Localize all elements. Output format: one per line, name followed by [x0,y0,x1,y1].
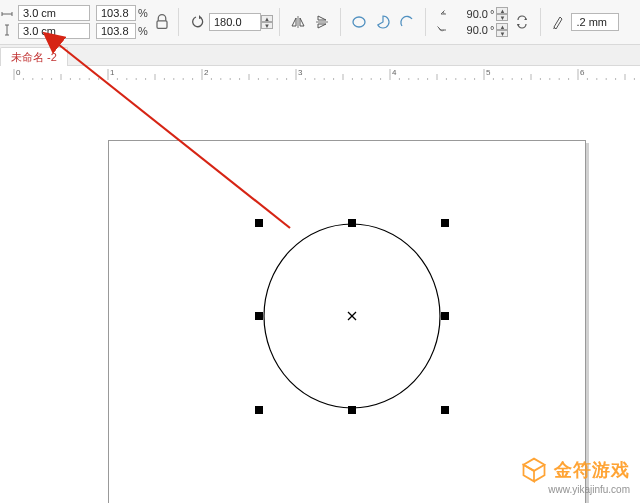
object-height-input[interactable]: 3.0 cm [18,23,90,39]
end-angle-icon [434,23,448,37]
pie-icon [375,14,391,30]
rotation-angle-input[interactable]: 180.0 [209,13,261,31]
start-angle-icon [434,7,448,21]
svg-text:6: 6 [580,68,585,77]
page [108,140,586,503]
arc-icon [399,14,415,30]
pen-icon [551,14,567,30]
document-tab[interactable]: 未命名 -2 [0,47,68,66]
percent-labels: % % [138,3,152,41]
scale-x-input[interactable]: 103.8 [96,5,136,21]
document-tabs-bar: 未命名 -2 [0,45,640,66]
outline-pen-button[interactable] [547,10,571,34]
ellipse-icon [351,14,367,30]
watermark: 金符游戏 www.yikajinfu.com [520,456,630,495]
svg-rect-81 [255,312,263,320]
svg-text:1: 1 [110,68,115,77]
degree-label-2: ° [490,24,494,36]
svg-point-1 [353,17,365,27]
selection-svg [109,141,585,503]
ellipse-tool-button[interactable] [347,10,371,34]
mirror-v-icon [314,14,330,30]
canvas-area[interactable] [0,80,640,503]
svg-rect-0 [157,21,167,29]
width-icon [1,8,13,20]
lock-icon [152,12,172,32]
svg-text:5: 5 [486,68,491,77]
swap-icon [514,14,530,30]
mirror-horizontal-button[interactable] [286,10,310,34]
rotation-stepper[interactable]: ▲▼ [261,15,273,29]
svg-text:0: 0 [16,68,21,77]
svg-rect-78 [255,219,263,227]
scale-y-input[interactable]: 103.8 [96,23,136,39]
swap-angles-button[interactable] [510,10,534,34]
center-marker [348,312,356,320]
watermark-url: www.yikajinfu.com [548,484,630,495]
dimension-icons [0,0,14,44]
outline-width-input[interactable]: .2 mm [571,13,619,31]
svg-text:3: 3 [298,68,303,77]
svg-rect-85 [441,406,449,414]
arc-tool-button[interactable] [395,10,419,34]
lock-ratio-button[interactable] [152,8,172,36]
svg-text:4: 4 [392,68,397,77]
object-width-input[interactable]: 3.0 cm [18,5,90,21]
svg-rect-84 [348,406,356,414]
svg-rect-79 [348,219,356,227]
degree-label: ° [490,8,494,20]
rotate-button[interactable] [185,10,209,34]
start-angle-input[interactable]: 90.0 [450,8,488,20]
end-angle-input[interactable]: 90.0 [450,24,488,36]
rotate-icon [189,14,205,30]
start-angle-stepper[interactable]: ▲▼ [496,7,508,21]
cube-icon [520,456,548,484]
property-toolbar: 3.0 cm 3.0 cm 103.8 103.8 % % 180.0 ▲▼ [0,0,640,45]
watermark-text: 金符游戏 [554,458,630,482]
svg-rect-82 [441,312,449,320]
svg-rect-80 [441,219,449,227]
mirror-vertical-button[interactable] [310,10,334,34]
pie-tool-button[interactable] [371,10,395,34]
height-icon [1,24,13,36]
end-angle-stepper[interactable]: ▲▼ [496,23,508,37]
svg-rect-83 [255,406,263,414]
svg-text:2: 2 [204,68,209,77]
mirror-h-icon [290,14,306,30]
